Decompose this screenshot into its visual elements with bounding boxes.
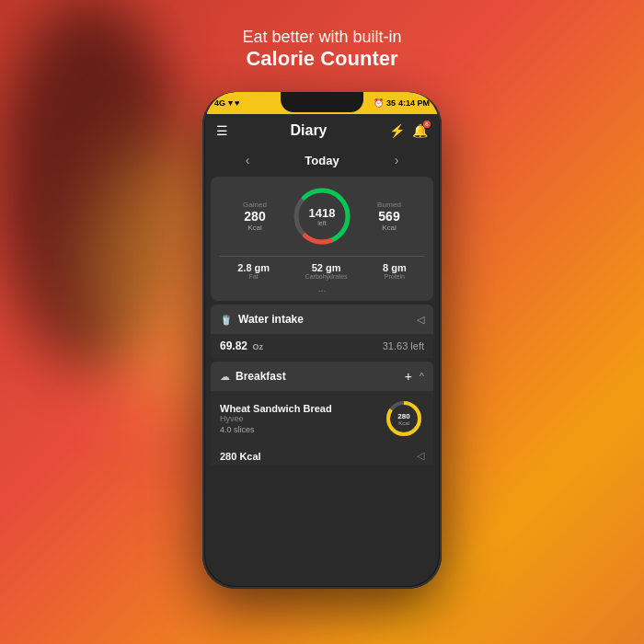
water-share-icon[interactable]: ◁ — [417, 314, 424, 326]
burned-unit: Kcal — [354, 224, 424, 232]
food-brand: Hyvee — [220, 414, 384, 423]
stats-top-row: Gained 280 Kcal 1418 left — [220, 184, 424, 248]
food-share-icon[interactable]: ◁ — [417, 450, 424, 462]
water-title: Water intake — [238, 313, 417, 326]
breakfast-collapse-icon[interactable]: ^ — [420, 371, 424, 382]
donut-inner: 280 Kcal — [397, 412, 409, 426]
food-total-cal: 280 Kcal — [220, 451, 261, 462]
current-date: Today — [305, 154, 339, 167]
burned-stat: Burned 569 Kcal — [354, 201, 424, 232]
signal-icon: 4G ▾ ♥ — [214, 98, 239, 108]
more-dots[interactable]: ... — [220, 283, 424, 293]
water-data-row: 69.82 Oz 31.63 left — [211, 334, 433, 358]
add-breakfast-button[interactable]: + — [405, 369, 412, 384]
phone-notch — [281, 92, 363, 112]
app-title: Diary — [290, 122, 327, 139]
promo-line2: Calorie Counter — [242, 47, 401, 71]
bolt-icon[interactable]: ⚡ — [389, 123, 405, 138]
stats-card: Gained 280 Kcal 1418 left — [211, 177, 433, 301]
screen-content: ☰ Diary ⚡ 🔔6 ‹ Today › — [205, 114, 439, 586]
fat-macro: 2.8 gm Fat — [237, 262, 270, 280]
breakfast-section-header: ☁ Breakfast + ^ — [211, 362, 433, 391]
phone-frame: 4G ▾ ♥ ⏰ 35 4:14 PM ☰ Diary ⚡ 🔔6 — [202, 92, 442, 589]
food-amount: 4.0 slices — [220, 425, 384, 434]
breakfast-icon: ☁ — [220, 371, 230, 383]
calories-left-value: 1418 — [309, 206, 336, 220]
food-info: Wheat Sandwich Bread Hyvee 4.0 slices — [220, 403, 384, 434]
food-name: Wheat Sandwich Bread — [220, 403, 384, 414]
water-amount: 69.82 Oz — [220, 339, 263, 352]
calorie-circle: 1418 left — [290, 184, 354, 248]
water-section-header: 🥤 Water intake ◁ — [211, 305, 433, 334]
promo-section: Eat better with built-in Calorie Counter — [242, 28, 401, 71]
prev-day-button[interactable]: ‹ — [246, 153, 250, 167]
app-header: ☰ Diary ⚡ 🔔6 — [205, 114, 439, 147]
food-calorie-donut: 280 Kcal — [384, 398, 424, 439]
gained-label: Gained — [220, 201, 290, 209]
menu-icon[interactable]: ☰ — [216, 123, 228, 138]
food-cal-value: 280 — [397, 412, 409, 420]
fat-value: 2.8 gm — [237, 262, 270, 273]
food-total-row: 280 Kcal ◁ — [211, 446, 433, 466]
carbs-value: 52 gm — [305, 262, 348, 273]
promo-line1: Eat better with built-in — [242, 28, 401, 47]
water-remaining: 31.63 left — [383, 340, 424, 351]
gained-value: 280 — [220, 209, 290, 224]
breakfast-title: Breakfast — [236, 370, 405, 383]
calories-left-label: left — [309, 220, 336, 226]
time-display: 4:14 PM — [398, 98, 430, 108]
macros-row: 2.8 gm Fat 52 gm Carbohydrates 8 gm Prot… — [220, 256, 424, 280]
food-cal-unit: Kcal — [397, 420, 409, 426]
date-navigation: ‹ Today › — [205, 147, 439, 173]
burned-value: 569 — [354, 209, 424, 224]
status-right: ⏰ 35 4:14 PM — [374, 98, 430, 108]
burned-label: Burned — [354, 201, 424, 209]
water-unit: Oz — [252, 342, 263, 351]
gained-unit: Kcal — [220, 224, 290, 232]
food-item-bread[interactable]: Wheat Sandwich Bread Hyvee 4.0 slices 28… — [211, 391, 433, 446]
fat-label: Fat — [237, 273, 270, 280]
circle-inner: 1418 left — [309, 206, 336, 226]
water-amount-value: 69.82 — [220, 339, 247, 352]
bell-icon[interactable]: 🔔6 — [412, 123, 428, 138]
battery-level: 35 — [386, 98, 396, 108]
carbs-macro: 52 gm Carbohydrates — [305, 262, 348, 280]
protein-macro: 8 gm Protein — [383, 262, 407, 280]
status-left: 4G ▾ ♥ — [214, 98, 239, 108]
protein-value: 8 gm — [383, 262, 407, 273]
next-day-button[interactable]: › — [395, 153, 399, 167]
notification-badge: 6 — [423, 121, 431, 128]
clock-icon: ⏰ — [374, 98, 384, 108]
water-icon: 🥤 — [220, 314, 233, 326]
gained-stat: Gained 280 Kcal — [220, 201, 290, 232]
protein-label: Protein — [383, 273, 407, 280]
carbs-label: Carbohydrates — [305, 273, 348, 280]
header-icons: ⚡ 🔔6 — [389, 123, 428, 138]
phone-screen: 4G ▾ ♥ ⏰ 35 4:14 PM ☰ Diary ⚡ 🔔6 — [205, 92, 439, 586]
